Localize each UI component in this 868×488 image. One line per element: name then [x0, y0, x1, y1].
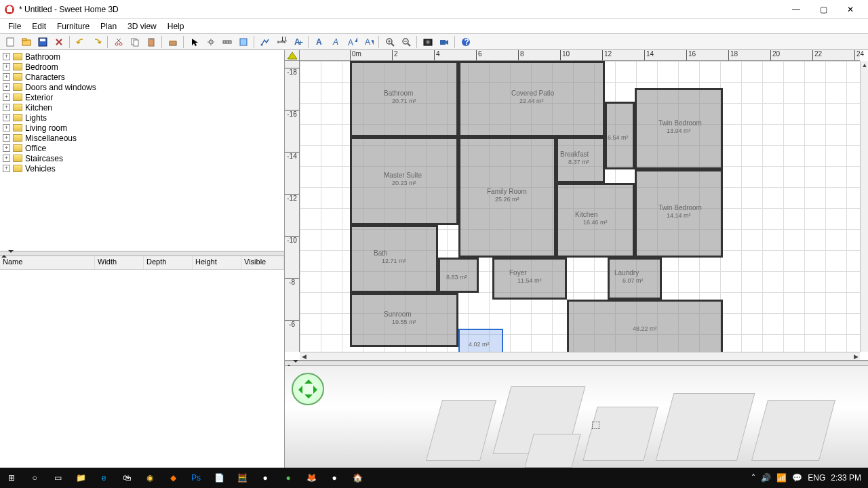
zoom-in-button[interactable] [382, 35, 397, 49]
create-dimension-button[interactable]: 10 [274, 35, 289, 49]
catalog-item-living-room[interactable]: +Living room [0, 123, 284, 133]
nav-left-icon[interactable] [294, 386, 302, 394]
plan-canvas[interactable]: Bathroom20.71 m²Covered Patio22.44 m²Twi… [300, 61, 860, 352]
room-unnamed[interactable] [458, 329, 503, 352]
taskbar-cortana-icon[interactable]: ○ [23, 468, 46, 488]
menu-edit[interactable]: Edit [26, 20, 52, 33]
arrow-button[interactable] [187, 35, 202, 49]
paste-button[interactable] [144, 35, 159, 49]
taskbar-explorer-icon[interactable]: 📁 [69, 468, 92, 488]
menu-help[interactable]: Help [162, 20, 190, 33]
plan-vscrollbar[interactable]: ▲ [860, 61, 868, 352]
open-file-button[interactable] [19, 35, 34, 49]
maximize-button[interactable]: ▢ [810, 0, 837, 19]
nav-up-icon[interactable] [304, 375, 313, 384]
cut-button[interactable] [111, 35, 126, 49]
save-file-button[interactable] [35, 35, 50, 49]
expand-icon[interactable]: + [3, 53, 10, 60]
floor-plan[interactable]: Bathroom20.71 m²Covered Patio22.44 m²Twi… [350, 61, 730, 352]
language-indicator[interactable]: ENG [808, 473, 825, 483]
catalog-item-vehicles[interactable]: +Vehicles [0, 163, 284, 174]
scroll-right-icon[interactable]: ▶ [852, 352, 860, 361]
taskbar-edge-icon[interactable]: e [92, 468, 115, 488]
add-text-button[interactable]: A+ [290, 35, 305, 49]
expand-icon[interactable]: + [3, 83, 10, 91]
catalog-tree[interactable]: +Bathroom+Bedroom+Characters+Doors and w… [0, 50, 284, 251]
expand-icon[interactable]: + [3, 144, 10, 152]
col-visible[interactable]: Visible [241, 256, 284, 269]
expand-icon[interactable]: + [3, 114, 10, 121]
3d-navigation-compass[interactable] [292, 373, 324, 405]
zoom-out-button[interactable] [399, 35, 414, 49]
left-splitter[interactable] [0, 251, 284, 256]
taskbar-start-icon[interactable]: ⊞ [0, 468, 23, 488]
catalog-item-doors-and-windows[interactable]: +Doors and windows [0, 82, 284, 92]
catalog-item-lights[interactable]: +Lights [0, 113, 284, 123]
expand-icon[interactable]: + [3, 73, 10, 81]
expand-icon[interactable]: + [3, 104, 10, 111]
taskbar-app1-icon[interactable]: ● [254, 468, 277, 488]
preferences-button[interactable] [52, 35, 66, 49]
catalog-item-characters[interactable]: +Characters [0, 72, 284, 82]
furniture-table-body[interactable] [0, 270, 284, 468]
catalog-item-miscellaneous[interactable]: +Miscellaneous [0, 133, 284, 143]
menu-3d-view[interactable]: 3D view [122, 20, 162, 33]
expand-icon[interactable]: + [3, 134, 10, 142]
scroll-left-icon[interactable]: ◀ [300, 352, 308, 361]
network-icon[interactable]: 📶 [776, 473, 787, 483]
expand-icon[interactable]: + [3, 165, 10, 172]
create-polyline-button[interactable] [258, 35, 273, 49]
plan-hscrollbar[interactable]: ◀ ▶ [300, 352, 860, 360]
taskbar-blender-icon[interactable]: ◆ [161, 468, 184, 488]
catalog-item-office[interactable]: +Office [0, 143, 284, 153]
catalog-item-exterior[interactable]: +Exterior [0, 92, 284, 102]
catalog-item-staircases[interactable]: +Staircases [0, 153, 284, 163]
taskbar-taskview-icon[interactable]: ▭ [46, 468, 69, 488]
expand-icon[interactable]: + [3, 155, 10, 162]
expand-icon[interactable]: + [3, 124, 10, 131]
copy-button[interactable] [127, 35, 142, 49]
tray-expand-icon[interactable]: ˄ [751, 473, 755, 483]
taskbar-chrome-icon[interactable]: ◉ [138, 468, 161, 488]
text-bold-button[interactable]: A [312, 35, 327, 49]
clock[interactable]: 2:33 PM [831, 473, 861, 483]
catalog-item-bathroom[interactable]: +Bathroom [0, 52, 284, 62]
taskbar-app2-icon[interactable]: ● [277, 468, 300, 488]
minimize-button[interactable]: — [783, 0, 810, 19]
redo-button[interactable] [90, 35, 104, 49]
action-center-icon[interactable]: 💬 [792, 473, 802, 483]
right-splitter[interactable] [285, 361, 868, 366]
col-name[interactable]: Name [0, 256, 95, 269]
taskbar-firefox-icon[interactable]: 🦊 [300, 468, 323, 488]
close-button[interactable]: ✕ [837, 0, 864, 19]
new-file-button[interactable] [3, 35, 18, 49]
increase-text-button[interactable]: A▲ [344, 35, 359, 49]
sound-icon[interactable]: 🔊 [761, 473, 771, 483]
plan-view[interactable]: 0m24681012141618202224 -18-16-14-12-10-8… [285, 50, 868, 361]
menu-plan[interactable]: Plan [95, 20, 122, 33]
help-button[interactable]: ? [458, 35, 473, 49]
taskbar-notepad-icon[interactable]: 📄 [208, 468, 231, 488]
create-walls-button[interactable] [220, 35, 235, 49]
expand-icon[interactable]: + [3, 94, 10, 101]
photo-button[interactable] [420, 35, 435, 49]
nav-down-icon[interactable] [304, 394, 313, 403]
col-depth[interactable]: Depth [144, 256, 193, 269]
undo-button[interactable] [73, 35, 88, 49]
menu-file[interactable]: File [3, 20, 26, 33]
decrease-text-button[interactable]: A▼ [361, 35, 376, 49]
menu-furniture[interactable]: Furniture [52, 20, 95, 33]
expand-icon[interactable]: + [3, 63, 10, 70]
taskbar-sweethome-icon[interactable]: 🏠 [346, 468, 369, 488]
col-height[interactable]: Height [193, 256, 241, 269]
taskbar-store-icon[interactable]: 🛍 [115, 468, 138, 488]
taskbar-app3-icon[interactable]: ● [323, 468, 346, 488]
add-furniture-button[interactable] [165, 35, 180, 49]
catalog-item-kitchen[interactable]: +Kitchen [0, 102, 284, 113]
col-width[interactable]: Width [95, 256, 144, 269]
pan-button[interactable] [203, 35, 218, 49]
taskbar-photoshop-icon[interactable]: Ps [184, 468, 208, 488]
3d-view[interactable]: ⬚ [285, 366, 868, 468]
catalog-item-bedroom[interactable]: +Bedroom [0, 62, 284, 72]
create-rooms-button[interactable] [236, 35, 251, 49]
